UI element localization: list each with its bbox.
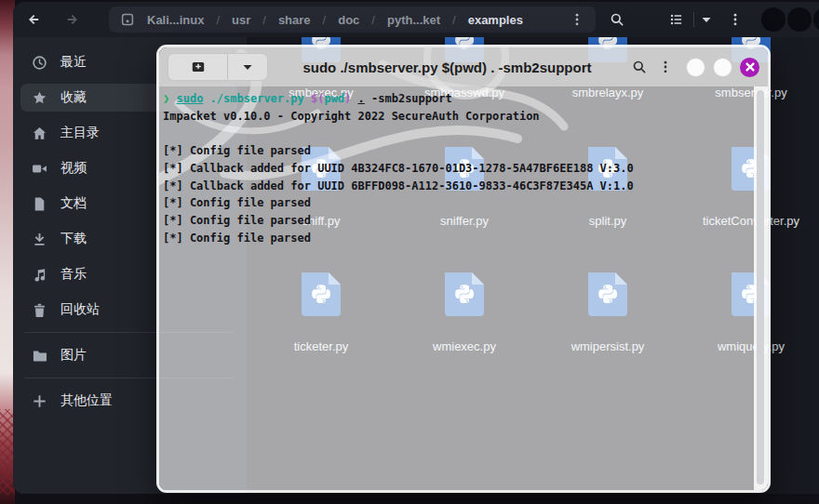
breadcrumb[interactable]: Kali...inux /usr/share/doc/pyth...ket/ex… <box>109 7 596 33</box>
list-view-icon <box>669 12 684 27</box>
terminal-token: pwd <box>324 92 344 105</box>
view-toggle-divider <box>693 12 694 27</box>
breadcrumb-segment[interactable]: share <box>278 13 311 27</box>
sidebar-item-label: 其他位置 <box>60 392 113 409</box>
terminal-token <box>351 92 357 105</box>
terminal-token: [*] Config file parsed <box>163 144 311 157</box>
terminal-output[interactable]: ❯ sudo ./smbserver.py $(pwd) . -smb2supp… <box>159 86 768 490</box>
screen: { "file_manager": { "header": { "breadcr… <box>0 0 819 504</box>
terminal-line: [*] Config file parsed <box>163 194 745 212</box>
drive-icon <box>120 12 135 27</box>
terminal-line <box>163 125 745 142</box>
caret-down-icon <box>227 54 267 80</box>
sidebar-item-label: 收藏 <box>60 89 87 106</box>
kebab-icon <box>570 12 584 27</box>
trash-icon <box>32 302 47 318</box>
terminal-search-button[interactable] <box>626 54 652 80</box>
terminal-scrollbar[interactable] <box>754 86 768 490</box>
breadcrumb-separator: / <box>262 13 266 27</box>
sidebar-item-label: 图片 <box>60 347 87 364</box>
document-icon <box>32 196 47 212</box>
file-manager-headerbar: Kali...inux /usr/share/doc/pyth...ket/ex… <box>13 2 819 37</box>
home-icon <box>32 126 47 141</box>
breadcrumb-separator: / <box>323 13 327 27</box>
breadcrumb-segment[interactable]: doc <box>338 13 359 27</box>
terminal-line: [*] Config file parsed <box>163 142 745 160</box>
terminal-token: [*] Config file parsed <box>163 196 311 209</box>
terminal-line: ❯ sudo ./smbserver.py $(pwd) . -smb2supp… <box>163 90 745 108</box>
new-tab-split-button[interactable] <box>168 53 268 81</box>
breadcrumb-separator: / <box>452 13 456 27</box>
sidebar-item-label: 文档 <box>60 195 87 212</box>
sidebar-item-label: 最近 <box>60 54 87 71</box>
kebab-icon <box>658 60 673 74</box>
search-icon <box>610 12 624 27</box>
view-options-dropdown[interactable] <box>696 7 717 33</box>
terminal-menu-button[interactable] <box>652 54 678 80</box>
terminal-window: sudo ./smbserver.py $(pwd) . -smb2suppor… <box>156 45 771 493</box>
caret-down-icon <box>699 12 714 27</box>
terminal-token: ❯ <box>163 92 176 105</box>
terminal-token: sudo <box>176 92 203 105</box>
breadcrumb-segment[interactable]: usr <box>232 13 250 27</box>
video-icon <box>32 161 47 177</box>
terminal-close-button[interactable] <box>740 58 759 77</box>
terminal-line: [*] Config file parsed <box>163 230 745 247</box>
clock-icon <box>32 55 47 71</box>
plus-icon <box>32 393 47 409</box>
terminal-token: -smb2support <box>365 92 452 105</box>
sidebar-item-label: 音乐 <box>60 266 87 283</box>
maximize-button[interactable] <box>787 7 812 32</box>
terminal-token: [*] Callback added for UUID 4B324FC8-167… <box>163 162 634 175</box>
minimize-button[interactable] <box>761 7 785 32</box>
music-icon <box>32 267 47 283</box>
view-toggle-button[interactable] <box>664 7 690 33</box>
terminal-token: $( <box>311 92 324 105</box>
sidebar-item-label: 回收站 <box>60 301 100 318</box>
terminal-token: [*] Config file parsed <box>163 232 311 245</box>
sidebar-item-label: 下载 <box>60 231 87 247</box>
arrow-right-icon <box>65 12 80 27</box>
terminal-token: [*] Config file parsed <box>163 214 311 227</box>
folder-icon <box>32 348 47 364</box>
terminal-titlebar: sudo ./smbserver.py $(pwd) . -smb2suppor… <box>159 47 768 86</box>
star-icon <box>32 90 47 106</box>
terminal-token: . <box>358 92 365 105</box>
search-icon <box>632 60 647 74</box>
menu-button[interactable] <box>722 7 748 33</box>
forward-button[interactable] <box>60 7 86 33</box>
breadcrumb-separator: / <box>371 13 375 27</box>
terminal-token: Impacket v0.10.0 - Copyright 2022 Secure… <box>163 110 540 123</box>
search-button[interactable] <box>604 7 630 33</box>
close-button[interactable] <box>813 7 819 32</box>
terminal-token: ./smbserver.py <box>203 92 311 105</box>
terminal-line: Impacket v0.10.0 - Copyright 2022 Secure… <box>163 108 745 126</box>
arrow-left-icon <box>26 12 41 27</box>
back-button[interactable] <box>20 7 47 33</box>
terminal-token: [*] Callback added for UUID 6BFFD098-A11… <box>163 179 634 192</box>
breadcrumb-device[interactable]: Kali...inux <box>147 13 204 27</box>
breadcrumb-segment[interactable]: examples <box>468 13 523 27</box>
sidebar-item-label: 主目录 <box>60 125 100 141</box>
terminal-minimize-button[interactable] <box>686 58 705 77</box>
terminal-maximize-button[interactable] <box>713 58 732 77</box>
close-icon <box>743 60 758 74</box>
breadcrumb-segment[interactable]: pyth...ket <box>387 13 440 27</box>
breadcrumb-menu-button[interactable] <box>570 12 584 27</box>
terminal-title: sudo ./smbserver.py $(pwd) . -smb2suppor… <box>268 60 626 75</box>
terminal-line: [*] Callback added for UUID 6BFFD098-A11… <box>163 178 745 195</box>
terminal-scrollbar-thumb[interactable] <box>757 90 764 484</box>
download-icon <box>32 232 47 247</box>
sidebar-item-label: 视频 <box>60 160 87 177</box>
breadcrumb-separator: / <box>216 13 220 27</box>
kebab-icon <box>728 12 743 27</box>
terminal-line: [*] Config file parsed <box>163 212 745 230</box>
new-terminal-tab-icon <box>168 60 227 74</box>
terminal-line: [*] Callback added for UUID 4B324FC8-167… <box>163 160 745 178</box>
